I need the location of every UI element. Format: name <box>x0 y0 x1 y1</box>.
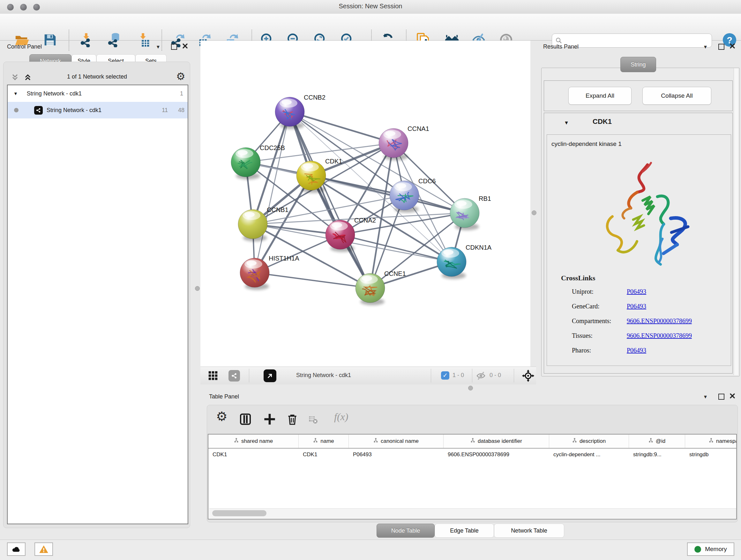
network-canvas[interactable]: CCNB2CCNA1CDC25BCDK1CDC6RB1CCNB1CCNA2CDK… <box>200 41 530 367</box>
float-panel-icon[interactable] <box>718 44 724 51</box>
crosslink-link[interactable]: 9606.ENSP00000378699 <box>627 314 692 328</box>
table-cell[interactable]: 9606.ENSP00000378699 <box>444 448 549 461</box>
column-header-label: namespace <box>716 438 737 444</box>
protein-node-CDK1[interactable]: CDK1 <box>296 158 342 193</box>
column-header[interactable]: canonical name <box>349 435 444 448</box>
protein-node-CDKN1A[interactable]: CDKN1A <box>437 244 492 279</box>
table-cell[interactable]: CDK1 <box>208 448 299 461</box>
table-hscrollbar[interactable] <box>209 508 737 518</box>
node-label: RB1 <box>479 195 491 202</box>
protein-node-CCNA1[interactable]: CCNA1 <box>379 125 429 160</box>
table-cell[interactable]: P06493 <box>349 448 444 461</box>
close-panel-icon[interactable] <box>182 43 188 51</box>
tab-node-table[interactable]: Node Table <box>377 523 434 538</box>
gene-description: cyclin-dependent kinase 1 <box>551 140 622 147</box>
column-header[interactable]: shared name <box>208 435 299 448</box>
right-splitter-handle[interactable] <box>532 210 536 215</box>
crosslink-link[interactable]: P06493 <box>627 284 646 299</box>
collection-count: 1 <box>180 90 183 97</box>
table-panel-title: Table Panel <box>209 393 239 400</box>
results-gene-section: ▼ CDK1 cyclin-dependent kinase 1 <box>544 113 733 374</box>
network-collection-row[interactable]: ▼ String Network - cdk1 1 <box>8 85 188 102</box>
hidden-eye-slash-icon[interactable] <box>475 371 486 381</box>
cloud-status-button[interactable] <box>7 543 25 556</box>
panel-menu-icon[interactable]: ▼ <box>703 44 708 50</box>
select-columns-icon[interactable] <box>239 412 252 426</box>
table-cell[interactable]: CDK1 <box>299 448 349 461</box>
crosslink-link[interactable]: P06493 <box>627 299 646 314</box>
column-header-label: database identifier <box>478 438 522 444</box>
collapse-all-button[interactable]: Collapse All <box>643 87 711 105</box>
protein-node-CDC25B[interactable]: CDC25B <box>231 144 285 179</box>
add-column-icon[interactable] <box>263 412 276 426</box>
expand-all-button[interactable]: Expand All <box>568 87 631 105</box>
gene-name: CDK1 <box>593 118 612 126</box>
collection-label: String Network - cdk1 <box>27 90 82 97</box>
selection-status: 1 of 1 Network selected <box>8 73 186 80</box>
bottom-splitter-handle[interactable] <box>468 386 473 390</box>
delete-column-icon[interactable] <box>286 412 298 426</box>
hscrollbar-thumb[interactable] <box>212 510 266 516</box>
selected-checkbox-icon[interactable]: ✓ <box>441 371 449 380</box>
crosslinks-title: CrossLinks <box>561 274 595 282</box>
control-panel-title: Control Panel <box>7 44 42 50</box>
memory-button[interactable]: Memory <box>687 543 734 556</box>
string-network-graph[interactable]: CCNB2CCNA1CDC25BCDK1CDC6RB1CCNB1CCNA2CDK… <box>200 41 530 367</box>
warnings-button[interactable] <box>35 543 53 556</box>
network-view-icon[interactable] <box>228 370 240 381</box>
network-row-selected[interactable]: String Network - cdk1 11 48 <box>8 102 188 118</box>
results-scrollbar[interactable] <box>734 68 738 375</box>
column-type-icon <box>470 438 475 444</box>
column-header[interactable]: namespace <box>685 435 737 448</box>
float-panel-icon[interactable] <box>718 394 724 401</box>
table-cell[interactable]: stringdb:9... <box>629 448 685 461</box>
protein-node-CCNB2[interactable]: CCNB2 <box>275 94 326 129</box>
column-header-label: description <box>580 438 606 444</box>
tab-edge-table[interactable]: Edge Table <box>434 523 494 538</box>
crosslink-row: Compartments:9606.ENSP00000378699 <box>572 314 725 328</box>
network-options-gear-icon[interactable]: ⚙ <box>176 70 185 82</box>
panel-menu-icon[interactable]: ▼ <box>703 394 708 399</box>
column-header[interactable]: @id <box>629 435 685 448</box>
node-label: HIST1H1A <box>269 255 299 262</box>
collection-expander-icon[interactable]: ▼ <box>13 91 18 96</box>
tab-string[interactable]: String <box>620 57 656 72</box>
node-label: CDKN1A <box>466 244 492 251</box>
protein-node-CCNA2[interactable]: CCNA2 <box>326 217 376 252</box>
navigator-birdseye-icon[interactable] <box>522 369 535 382</box>
column-header[interactable]: database identifier <box>444 435 549 448</box>
column-type-icon <box>313 438 318 444</box>
function-builder-icon[interactable]: f(x) <box>334 411 348 423</box>
close-panel-icon[interactable] <box>729 43 736 51</box>
table-gear-icon[interactable]: ⚙ <box>216 409 227 424</box>
separator <box>431 369 431 382</box>
table-cell[interactable]: stringdb <box>685 448 737 461</box>
crosslink-label: GeneCard: <box>572 299 627 314</box>
panel-menu-icon[interactable]: ▼ <box>156 44 160 50</box>
protein-node-HIST1H1A[interactable]: HIST1H1A <box>240 255 299 290</box>
left-splitter-handle[interactable] <box>195 286 200 291</box>
detach-view-icon[interactable] <box>264 369 276 382</box>
table-cell[interactable]: cyclin-dependent ... <box>549 448 629 461</box>
crosslink-label: Uniprot: <box>572 284 627 299</box>
column-header[interactable]: name <box>299 435 349 448</box>
node-table[interactable]: shared namenamecanonical namedatabase id… <box>208 434 737 519</box>
protein-node-CCNE1[interactable]: CCNE1 <box>355 270 406 305</box>
crosslink-link[interactable]: 9606.ENSP00000378699 <box>627 328 692 343</box>
table-row[interactable]: CDK1CDK1P064939606.ENSP00000378699cyclin… <box>208 448 737 461</box>
tab-network-table[interactable]: Network Table <box>494 523 564 538</box>
grid-view-icon[interactable] <box>208 370 218 381</box>
crosslink-row: Uniprot:P06493 <box>572 284 725 299</box>
node-label: CCNA2 <box>354 217 376 224</box>
close-panel-icon[interactable] <box>729 393 736 400</box>
protein-node-CCNB1[interactable]: CCNB1 <box>238 206 288 241</box>
crosslink-link[interactable]: P06493 <box>627 343 646 358</box>
column-header[interactable]: description <box>549 435 629 448</box>
crosslink-row: GeneCard:P06493 <box>572 299 725 314</box>
node-label: CCNB2 <box>304 94 326 101</box>
protein-node-RB1[interactable]: RB1 <box>450 195 491 230</box>
float-panel-icon[interactable] <box>171 44 177 51</box>
delete-table-icon[interactable] <box>308 415 318 424</box>
network-label: String Network - cdk1 <box>47 107 102 114</box>
gene-expander-icon[interactable]: ▼ <box>564 120 569 126</box>
